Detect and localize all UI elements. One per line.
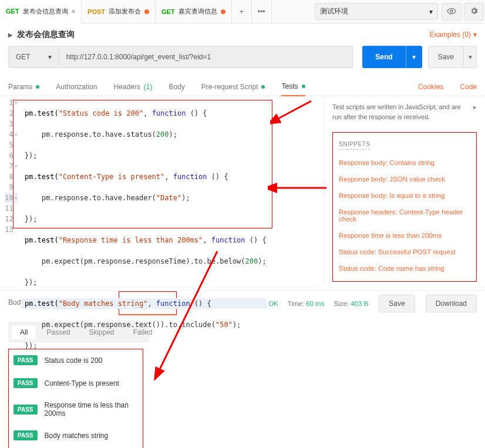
examples-button[interactable]: Examples (0) ▾ (429, 31, 477, 39)
test-name: Body matches string (45, 432, 109, 440)
test-result-row: PASS Body matches string (14, 430, 138, 440)
chevron-down-icon: ▾ (429, 8, 433, 16)
indicator-dot-icon (261, 85, 265, 89)
request-title: 发布会信息查询 (17, 29, 75, 40)
examples-label: Examples (0) (429, 31, 471, 39)
tab-bar: GET 发布会信息查询 × POST 添加发布会 GET 嘉宾查询信息 + ••… (0, 0, 485, 23)
snippet-item[interactable]: Response body: Contains string (339, 159, 470, 166)
method-select[interactable]: GET ▾ (8, 46, 59, 68)
new-tab-button[interactable]: + (232, 0, 252, 23)
code-link[interactable]: Code (460, 83, 477, 91)
settings-button[interactable] (464, 3, 484, 21)
unsaved-dot-icon (144, 9, 149, 14)
url-input[interactable]: http://127.0.0.1:8000/api/get_event_list… (59, 46, 353, 68)
tab-method: GET (161, 8, 175, 15)
tab-tests[interactable]: Tests (281, 78, 305, 96)
request-name[interactable]: ▸ 发布会信息查询 (8, 29, 75, 40)
tab-1[interactable]: POST 添加发布会 (82, 0, 156, 23)
chevron-right-icon[interactable]: ▸ (473, 102, 477, 112)
snippets-title: SNIPPETS (339, 141, 370, 150)
method-value: GET (16, 53, 31, 61)
download-button[interactable]: Download (426, 295, 477, 312)
test-name: Response time is less than 200ms (45, 401, 139, 417)
test-result-row: PASS Response time is less than 200ms (14, 401, 138, 417)
tab-params[interactable]: Params (8, 78, 39, 96)
snippets-panel: SNIPPETS Response body: Contains string … (332, 132, 477, 282)
indicator-dot-icon (36, 85, 39, 89)
gear-icon (470, 6, 479, 17)
tab-prerequest[interactable]: Pre-request Script (201, 78, 265, 96)
annotation-box (13, 100, 272, 228)
pass-badge: PASS (14, 430, 38, 440)
eye-icon (447, 6, 456, 18)
tab-authorization[interactable]: Authorization (56, 78, 97, 96)
environment-name: 测试环境 (320, 6, 348, 16)
save-dropdown-button[interactable]: ▾ (464, 46, 477, 68)
snippet-item[interactable]: Response headers: Content-Type header ch… (339, 208, 470, 223)
pass-badge: PASS (14, 405, 38, 415)
tab-2[interactable]: GET 嘉宾查询信息 (156, 0, 232, 23)
send-button[interactable]: Send (362, 46, 405, 68)
send-dropdown-button[interactable]: ▾ (406, 46, 422, 68)
snippet-item[interactable]: Response body: JSON value check (339, 176, 470, 183)
tab-label: 嘉宾查询信息 (178, 7, 217, 16)
tab-headers[interactable]: Headers (1) (113, 78, 152, 96)
chevron-down-icon: ▾ (473, 31, 477, 39)
indicator-dot-icon (302, 85, 305, 88)
chevron-down-icon: ▾ (469, 53, 472, 61)
environment-quicklook-button[interactable] (442, 3, 462, 21)
save-button[interactable]: Save (428, 46, 464, 68)
chevron-down-icon: ▾ (412, 53, 416, 61)
snippet-description: Test scripts are written in JavaScript, … (332, 102, 477, 122)
snippet-item[interactable]: Status code: Code name has string (339, 265, 470, 272)
tab-label: 添加发布会 (109, 7, 141, 16)
arrow-right-icon: ▸ (8, 30, 12, 39)
tab-method: POST (87, 8, 105, 15)
unsaved-dot-icon (221, 9, 225, 14)
tab-body[interactable]: Body (169, 78, 184, 96)
tab-label: 发布会信息查询 (23, 7, 68, 16)
snippet-item[interactable]: Response time is less than 200ms (339, 232, 470, 239)
tab-method: GET (6, 8, 19, 15)
tab-0[interactable]: GET 发布会信息查询 × (0, 0, 82, 23)
environment-select[interactable]: 测试环境 ▾ (315, 3, 438, 20)
snippet-item[interactable]: Status code: Successful POST request (339, 248, 470, 255)
svg-point-0 (450, 10, 453, 12)
close-icon[interactable]: × (72, 8, 75, 15)
url-value: http://127.0.0.1:8000/api/get_event_list… (66, 53, 211, 61)
snippet-item[interactable]: Response body: Is equal to a string (339, 192, 470, 199)
cookies-link[interactable]: Cookies (418, 83, 443, 91)
chevron-down-icon: ▾ (48, 53, 52, 61)
save-response-button[interactable]: Save (379, 295, 415, 312)
more-tabs-button[interactable]: ••• (252, 0, 272, 23)
